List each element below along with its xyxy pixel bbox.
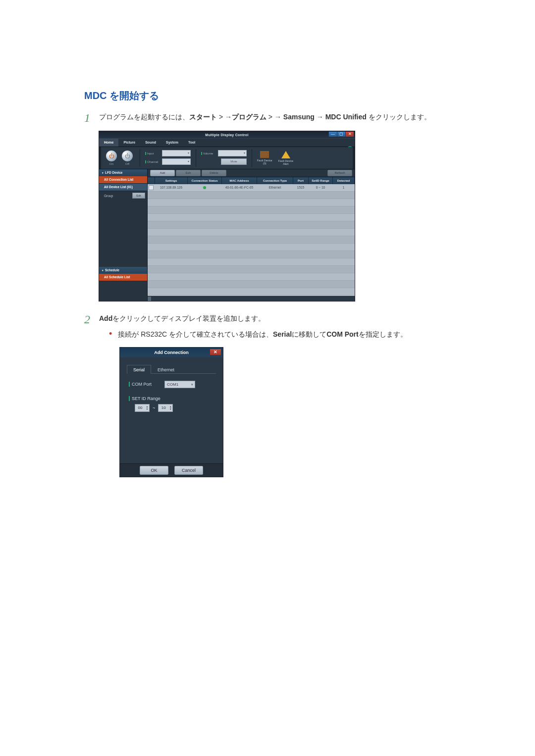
edit-button[interactable]: Edit — [176, 170, 201, 176]
tab-serial[interactable]: Serial — [127, 365, 151, 374]
sidebar-item-all-device[interactable]: All Device List (01) — [99, 184, 147, 191]
refresh-button[interactable]: Refresh — [327, 170, 352, 176]
accent-bar — [129, 382, 130, 387]
col-setid[interactable]: SetID Range — [309, 177, 333, 184]
side-handle[interactable] — [353, 147, 355, 169]
fault-device-label: Fault Device (0) — [257, 159, 272, 165]
input-dropdown[interactable] — [162, 150, 191, 156]
kw-add: Add — [99, 314, 112, 322]
channel-dropdown[interactable] — [162, 158, 191, 165]
kw-start: スタート — [189, 113, 217, 121]
col-port[interactable]: Port — [293, 177, 309, 184]
tab-ethernet[interactable]: Ethernet — [151, 365, 181, 374]
range-from-value: 00 — [135, 405, 145, 410]
power-on-label: On — [109, 162, 113, 165]
fault-device-icon[interactable] — [260, 151, 269, 158]
tab-sound[interactable]: Sound — [140, 139, 161, 147]
col-settings[interactable]: Settings — [155, 177, 188, 184]
dialog-title: Add Connection — [154, 350, 189, 355]
power-on-button[interactable]: ⏻ — [106, 151, 117, 161]
col-conn-type[interactable]: Connection Type — [257, 177, 293, 184]
comport-label: COM Port — [132, 382, 164, 387]
table-row — [148, 258, 355, 266]
table-row[interactable]: 107.108.89.126 40-61-86-4E-FC-65 Etherne… — [148, 184, 355, 192]
add-connection-dialog: Add Connection ✕ Serial Ethernet COM Por… — [120, 348, 223, 477]
setid-range-row: 00 ▲▼ ~ 10 ▲▼ — [129, 404, 214, 412]
col-checkbox[interactable] — [148, 177, 155, 184]
fault-alert-icon[interactable] — [281, 151, 290, 158]
table-row — [148, 244, 355, 251]
range-to-stepper[interactable]: 10 ▲▼ — [158, 404, 173, 412]
step-number: 2 — [84, 313, 99, 341]
mdc-window: Multiple Display Control — ▢ ✕ ? Home Pi… — [99, 131, 355, 301]
table-row — [148, 214, 355, 221]
range-to-value: 10 — [159, 405, 168, 410]
sidebar-item-all-schedule[interactable]: All Schedule List — [99, 274, 147, 281]
col-mac[interactable]: MAC Address — [222, 177, 257, 184]
close-button[interactable]: ✕ — [345, 132, 354, 137]
mute-button[interactable]: Mute — [221, 158, 247, 165]
sidebar: ▾LFD Device All Connection List All Devi… — [99, 169, 148, 301]
t: Schedule — [105, 268, 119, 272]
col-conn-status[interactable]: Connection Status — [188, 177, 222, 184]
step-1: 1 プログラムを起動するには、スタート > →プログラム > → Samsung… — [84, 111, 451, 124]
tab-home[interactable]: Home — [99, 139, 118, 147]
tab-tool[interactable]: Tool — [183, 139, 200, 147]
cancel-button[interactable]: Cancel — [174, 466, 203, 475]
input-label: Input — [145, 152, 162, 155]
chevron-down-icon: ▾ — [102, 269, 104, 272]
dialog-tabs: Serial Ethernet — [127, 364, 216, 374]
ok-button[interactable]: OK — [140, 466, 168, 475]
step-1-body: プログラムを起動するには、スタート > →プログラム > → Samsung →… — [99, 111, 451, 124]
t: をクリックしてディスプレイ装置を追加します。 — [112, 314, 265, 322]
horizontal-scrollbar[interactable] — [148, 296, 355, 301]
minimize-button[interactable]: — — [328, 132, 337, 137]
step-2: 2 Addをクリックしてディスプレイ装置を追加します。 • 接続が RS232C… — [84, 313, 451, 341]
col-detected[interactable]: Detected Devices — [333, 177, 355, 184]
cell-type: Ethernet — [257, 184, 293, 191]
table-body: 107.108.89.126 40-61-86-4E-FC-65 Etherne… — [148, 184, 355, 301]
tab-system[interactable]: System — [161, 139, 183, 147]
maximize-button[interactable]: ▢ — [337, 132, 345, 137]
chevron-down-icon[interactable]: ▼ — [145, 408, 149, 410]
title-bar[interactable]: Multiple Display Control — ▢ ✕ — [99, 131, 355, 138]
table-header: Settings Connection Status MAC Address C… — [148, 177, 355, 184]
tab-picture[interactable]: Picture — [118, 139, 140, 147]
row-checkbox[interactable] — [149, 185, 154, 190]
t: → — [315, 113, 325, 121]
range-from-stepper[interactable]: 00 ▲▼ — [135, 404, 150, 412]
cell-port: 1515 — [293, 184, 309, 191]
group-label: Group — [104, 194, 113, 198]
scrollbar-thumb[interactable] — [148, 297, 151, 301]
bullet-item: • 接続が RS232C を介して確立されている場合は、Serialに移動してC… — [99, 329, 451, 341]
toolbar: ⏻ On ⏻ Off Input — [99, 147, 355, 169]
group-edit-button[interactable]: Edit — [132, 193, 145, 199]
fault-alert-label: Fault Device Alert — [278, 159, 294, 165]
dialog-close-button[interactable]: ✕ — [210, 349, 221, 355]
channel-label: Channel — [145, 160, 162, 163]
cell-detected: 1 — [333, 184, 355, 191]
table-row — [148, 221, 355, 229]
add-button[interactable]: Add — [150, 170, 175, 176]
step-2-body: Addをクリックしてディスプレイ装置を追加します。 • 接続が RS232C を… — [99, 313, 451, 341]
kw-comport: COM Port — [326, 330, 359, 338]
table-row — [148, 199, 355, 206]
sidebar-item-all-connection[interactable]: All Connection List — [99, 176, 147, 184]
comport-dropdown[interactable]: COM1 — [164, 381, 195, 388]
window-title: Multiple Display Control — [205, 133, 248, 137]
delete-button[interactable]: Delete — [202, 170, 226, 176]
main-panel: Add Edit Delete Refresh Settings Connect… — [148, 169, 355, 301]
sidebar-header-lfd[interactable]: ▾LFD Device — [99, 169, 147, 176]
volume-field[interactable] — [218, 150, 247, 156]
table-row — [148, 251, 355, 258]
kw-serial: Serial — [273, 330, 292, 338]
power-icon: ⏻ — [125, 153, 130, 159]
power-off-label: Off — [125, 162, 129, 165]
dialog-footer: OK Cancel — [120, 463, 223, 477]
power-off-button[interactable]: ⏻ — [122, 151, 133, 161]
sidebar-header-schedule[interactable]: ▾Schedule — [99, 267, 147, 274]
cell-ip: 107.108.89.126 — [155, 184, 188, 191]
dialog-title-bar[interactable]: Add Connection ✕ — [120, 348, 223, 357]
chevron-down-icon[interactable]: ▼ — [168, 408, 172, 410]
bullet-icon: • — [109, 329, 112, 340]
